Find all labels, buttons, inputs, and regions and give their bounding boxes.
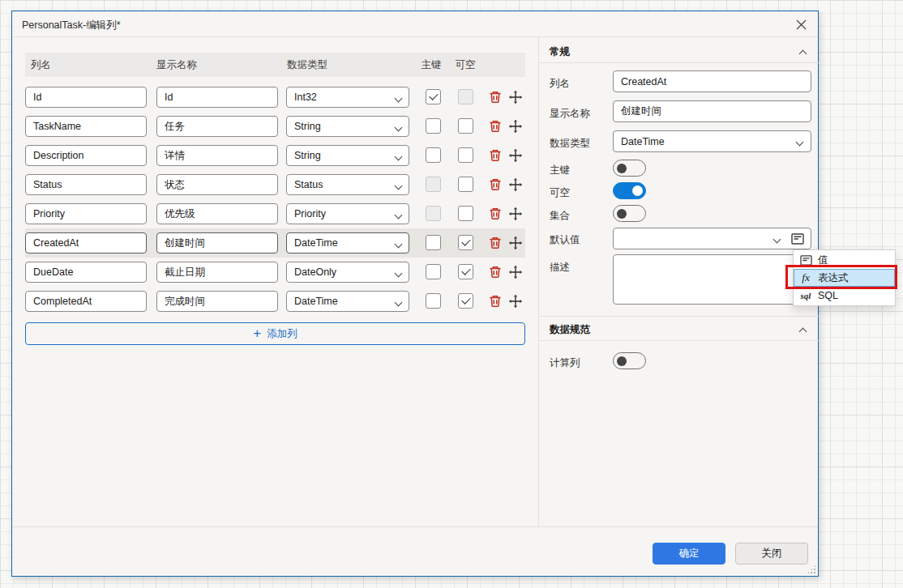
primary-key-checkbox[interactable] (426, 206, 441, 221)
nullable-checkbox[interactable] (458, 206, 473, 221)
pk-toggle[interactable] (613, 160, 646, 177)
move-row-handle[interactable] (508, 294, 523, 309)
primary-key-checkbox[interactable] (426, 293, 441, 309)
primary-key-checkbox[interactable] (426, 264, 441, 279)
delete-row-button[interactable] (488, 294, 503, 309)
display-name-input[interactable] (156, 262, 278, 283)
column-name-input[interactable] (25, 145, 147, 166)
trash-icon (488, 236, 503, 250)
delete-row-button[interactable] (488, 265, 503, 279)
table-row: Status (25, 170, 525, 199)
move-row-handle[interactable] (508, 90, 523, 104)
menu-item-sql[interactable]: sql SQL (794, 287, 895, 305)
trash-icon (488, 148, 503, 163)
move-row-handle[interactable] (508, 265, 523, 279)
move-row-handle[interactable] (508, 119, 523, 134)
display-name-input[interactable] (156, 291, 278, 312)
delete-row-button[interactable] (488, 236, 503, 250)
section-data-spec[interactable]: 数据规范 (538, 316, 819, 341)
nullable-checkbox[interactable] (458, 89, 473, 104)
add-column-label: 添加列 (267, 327, 297, 341)
chevron-down-icon (395, 212, 401, 219)
chevron-down-icon (796, 139, 802, 146)
field-name-label: 列名 (550, 77, 570, 91)
data-type-select[interactable]: DateTime (286, 232, 409, 254)
data-type-value: DateOnly (294, 266, 336, 278)
chevron-down-icon (395, 300, 401, 306)
nullable-checkbox[interactable] (458, 177, 473, 192)
trash-icon (488, 90, 503, 104)
nullable-checkbox[interactable] (458, 293, 473, 309)
column-name-input[interactable] (25, 262, 147, 283)
field-display-label: 显示名称 (550, 107, 590, 121)
field-type-select[interactable]: DateTime (613, 130, 811, 152)
field-display-input[interactable] (613, 100, 811, 122)
delete-row-button[interactable] (488, 207, 503, 221)
field-name-input[interactable] (613, 70, 811, 92)
computed-column-toggle[interactable] (613, 352, 646, 369)
move-row-handle[interactable] (508, 148, 523, 163)
display-name-input[interactable] (156, 174, 278, 195)
display-name-input[interactable] (156, 116, 278, 137)
data-type-select[interactable]: DateTime (286, 291, 409, 312)
primary-key-checkbox[interactable] (426, 235, 441, 250)
display-name-input[interactable] (156, 145, 278, 166)
move-row-handle[interactable] (508, 177, 523, 192)
nullable-checkbox[interactable] (458, 264, 473, 279)
ok-button[interactable]: 确定 (653, 543, 725, 565)
chevron-down-icon (395, 241, 401, 248)
nullable-toggle[interactable] (613, 182, 646, 199)
display-name-input[interactable] (156, 87, 278, 108)
chevron-down-icon (395, 271, 401, 277)
footer-divider (12, 526, 818, 527)
move-row-handle[interactable] (508, 236, 523, 250)
nullable-checkbox[interactable] (458, 147, 473, 163)
value-type-icon (791, 233, 804, 245)
delete-row-button[interactable] (488, 177, 503, 192)
primary-key-checkbox[interactable] (426, 147, 441, 163)
primary-key-checkbox[interactable] (426, 89, 441, 104)
table-row: Int32 (25, 83, 525, 112)
trash-icon (488, 294, 503, 309)
menu-item-value[interactable]: 值 (794, 251, 895, 269)
nullable-checkbox[interactable] (458, 118, 473, 134)
display-name-input[interactable] (156, 232, 278, 254)
field-description-label: 描述 (550, 261, 570, 275)
data-type-select[interactable]: Status (286, 174, 409, 195)
data-type-value: DateTime (294, 237, 338, 249)
close-button[interactable] (790, 15, 811, 34)
close-dialog-button[interactable]: 关闭 (735, 543, 808, 565)
data-type-select[interactable]: String (286, 145, 409, 166)
data-type-select[interactable]: Priority (286, 203, 409, 224)
data-type-select[interactable]: String (286, 116, 409, 137)
column-name-input[interactable] (25, 174, 147, 195)
column-name-input[interactable] (25, 232, 147, 254)
description-textarea[interactable] (613, 254, 811, 305)
column-name-input[interactable] (25, 87, 147, 108)
data-type-select[interactable]: DateOnly (286, 262, 409, 283)
default-value-combobox[interactable] (613, 228, 811, 249)
primary-key-checkbox[interactable] (426, 118, 441, 134)
collection-toggle[interactable] (613, 205, 646, 222)
value-type-button[interactable] (788, 231, 807, 246)
column-name-input[interactable] (25, 116, 147, 137)
delete-row-button[interactable] (488, 90, 503, 104)
resize-grip[interactable] (807, 565, 816, 574)
delete-row-button[interactable] (488, 148, 503, 163)
data-type-select[interactable]: Int32 (286, 87, 409, 108)
column-name-input[interactable] (25, 203, 147, 224)
menu-item-expression[interactable]: fx 表达式 (794, 269, 895, 287)
header-column-name: 列名 (31, 58, 51, 72)
columns-table-header: 列名 显示名称 数据类型 主键 可空 (25, 53, 525, 77)
data-type-value: DateTime (294, 296, 338, 307)
nullable-checkbox[interactable] (458, 235, 473, 250)
section-general[interactable]: 常规 (538, 41, 819, 63)
move-icon (508, 119, 523, 134)
delete-row-button[interactable] (488, 119, 503, 134)
display-name-input[interactable] (156, 203, 278, 224)
move-row-handle[interactable] (508, 207, 523, 221)
menu-item-label: 值 (818, 254, 828, 267)
primary-key-checkbox[interactable] (426, 177, 441, 192)
add-column-button[interactable]: + 添加列 (25, 322, 525, 345)
column-name-input[interactable] (25, 291, 147, 312)
